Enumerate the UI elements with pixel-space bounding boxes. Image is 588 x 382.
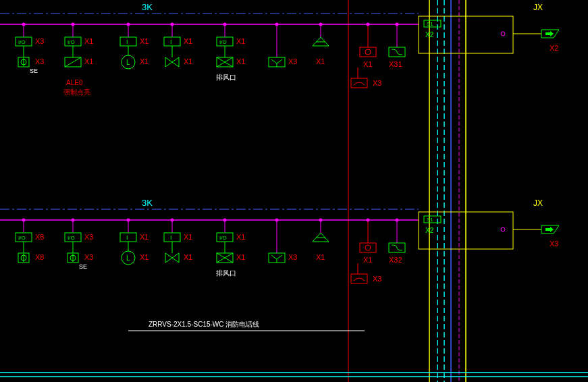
svg-rect-121 xyxy=(351,274,367,283)
svg-text:X1: X1 xyxy=(236,253,245,261)
jx-x2-text-top: X2 xyxy=(425,31,434,38)
bus-label-bottom: 3K xyxy=(142,198,153,208)
svg-point-47 xyxy=(396,23,399,26)
section-top: 3K JX S1 X2 X2 I/O X3 X3 SE xyxy=(0,2,559,96)
footer-text: ZRRVS-2X1.5-SC15-WC 消防电话线 xyxy=(149,320,259,329)
svg-text:X31: X31 xyxy=(389,60,402,68)
section-bottom: 3K JX S1 X2 X3 I/O X8 X8 I/O X3 xyxy=(0,198,559,283)
paifeng-label-top: 排风口 xyxy=(216,74,236,81)
svg-text:I/O: I/O xyxy=(68,39,75,45)
svg-text:I: I xyxy=(126,38,128,45)
svg-rect-88 xyxy=(164,233,180,242)
svg-point-117 xyxy=(396,219,399,222)
svg-text:X3: X3 xyxy=(35,57,44,65)
svg-text:X3: X3 xyxy=(288,253,297,261)
ale-label-1: ALE0 xyxy=(66,79,83,86)
paifeng-label-bottom: 排风口 xyxy=(216,269,236,277)
jx-s1-text-top: S1 xyxy=(427,21,433,27)
svg-text:X1: X1 xyxy=(184,37,192,45)
jx-label-bottom: JX xyxy=(533,198,543,208)
svg-text:SE: SE xyxy=(79,263,87,270)
svg-text:X1: X1 xyxy=(140,37,149,45)
arrow-label-bottom: X3 xyxy=(550,240,558,248)
phone-box-icon xyxy=(351,78,367,88)
svg-text:L: L xyxy=(126,59,130,66)
svg-text:X1: X1 xyxy=(184,233,192,241)
svg-text:I/O: I/O xyxy=(219,235,227,241)
svg-line-12 xyxy=(65,57,81,67)
svg-text:X1: X1 xyxy=(316,253,325,261)
svg-text:X8: X8 xyxy=(35,233,44,241)
svg-text:X1: X1 xyxy=(363,256,372,264)
svg-text:I: I xyxy=(170,234,172,241)
svg-text:X2: X2 xyxy=(425,227,434,234)
svg-text:X1: X1 xyxy=(140,233,149,241)
schematic-canvas: 3K JX S1 X2 X2 I/O X3 X3 SE xyxy=(0,0,588,382)
svg-point-1 xyxy=(22,23,26,26)
svg-text:I/O: I/O xyxy=(18,39,26,45)
svg-text:X3: X3 xyxy=(84,253,93,261)
svg-point-108 xyxy=(319,219,323,222)
svg-point-36 xyxy=(275,23,279,26)
svg-point-112 xyxy=(367,219,370,222)
svg-text:X1: X1 xyxy=(363,60,372,68)
svg-text:X3: X3 xyxy=(373,79,381,87)
drops-bottom: I/O X8 X8 I/O X3 X3 SE I X1 xyxy=(16,219,405,284)
svg-point-39 xyxy=(319,23,323,26)
svg-point-104 xyxy=(275,219,279,222)
drops-top: I/O X3 X3 SE I/O X1 X1 ALE0 强制点亮 I xyxy=(16,23,405,97)
svg-text:S1: S1 xyxy=(427,217,433,223)
svg-point-87 xyxy=(171,219,174,222)
svg-text:X32: X32 xyxy=(389,256,402,264)
svg-text:I: I xyxy=(170,38,172,45)
svg-text:I/O: I/O xyxy=(18,235,26,241)
i-box-icon xyxy=(120,37,136,46)
svg-text:X1: X1 xyxy=(140,253,149,261)
svg-text:X1: X1 xyxy=(236,37,245,45)
svg-text:X8: X8 xyxy=(35,253,44,261)
svg-text:X1: X1 xyxy=(184,57,192,65)
qty-label: X3 xyxy=(35,37,44,45)
jx-label-top: JX xyxy=(533,3,543,12)
svg-text:I: I xyxy=(126,234,128,241)
svg-point-114 xyxy=(365,245,371,250)
jx-node-top xyxy=(501,32,505,36)
svg-point-55 xyxy=(501,227,505,231)
svg-point-78 xyxy=(127,219,130,222)
valve-icon xyxy=(165,57,179,67)
svg-point-15 xyxy=(127,23,130,26)
svg-text:X1: X1 xyxy=(84,37,93,45)
svg-text:X3: X3 xyxy=(373,275,381,283)
svg-text:X1: X1 xyxy=(236,233,245,241)
i-box-icon xyxy=(164,37,180,46)
svg-text:X1: X1 xyxy=(140,57,149,65)
svg-text:X1: X1 xyxy=(236,57,245,65)
svg-text:X3: X3 xyxy=(288,57,297,65)
svg-text:X1: X1 xyxy=(184,253,192,261)
svg-point-67 xyxy=(72,219,75,222)
svg-text:L: L xyxy=(126,254,130,262)
svg-point-94 xyxy=(223,219,227,222)
svg-point-44 xyxy=(365,49,371,55)
svg-text:X1: X1 xyxy=(316,57,325,65)
svg-point-8 xyxy=(72,23,75,26)
bus-label-top: 3K xyxy=(142,2,153,12)
svg-rect-113 xyxy=(360,243,376,252)
svg-point-43 xyxy=(367,23,370,26)
svg-point-57 xyxy=(22,219,26,222)
arrow-label-top: X2 xyxy=(550,44,558,52)
svg-text:X1: X1 xyxy=(84,57,93,65)
svg-point-22 xyxy=(171,23,174,26)
ale-label-2: 强制点亮 xyxy=(63,88,90,96)
se-label: SE xyxy=(30,67,38,74)
arrow-glyph-top xyxy=(545,31,554,36)
svg-text:I/O: I/O xyxy=(219,39,227,45)
svg-rect-79 xyxy=(120,233,136,242)
svg-point-28 xyxy=(223,23,227,26)
svg-text:I/O: I/O xyxy=(68,235,75,241)
svg-text:X3: X3 xyxy=(84,233,93,241)
camera-box-icon xyxy=(360,47,376,57)
